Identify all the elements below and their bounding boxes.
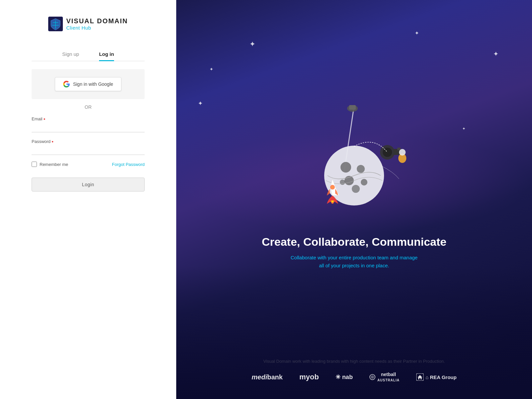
google-signin-button[interactable]: Sign in with Google (55, 77, 122, 91)
logo-area: VISUAL DOMAIN Client Hub (48, 17, 128, 31)
rea-group-text: ⌂ REA Group (426, 374, 457, 380)
right-panel: ✦ ✦ ✦ ✦ ✦ ✦ (176, 0, 532, 399)
tabs: Sign up Log in (32, 51, 145, 61)
remember-me-label[interactable]: Remember me (32, 162, 68, 167)
email-label: Email ● (32, 116, 145, 121)
left-panel: VISUAL DOMAIN Client Hub Sign up Log in … (0, 0, 176, 399)
partner-logos: medibank myob ✳ nab netballAUSTRALIA (196, 372, 512, 382)
remember-me-text: Remember me (40, 162, 68, 167)
email-input[interactable] (32, 123, 145, 132)
partner-section: Visual Domain work with leading brands w… (176, 359, 532, 382)
subheadline-line1: Collaborate with your entire production … (291, 255, 418, 260)
star-6: ✦ (462, 126, 466, 131)
star-4: ✦ (198, 100, 203, 107)
remember-me-checkbox[interactable] (32, 162, 37, 167)
logo-client-hub-text: Client Hub (66, 25, 128, 31)
svg-point-13 (340, 180, 345, 185)
remember-forgot-row: Remember me Forgot Password (32, 162, 145, 167)
subheadline-line2: all of your projects in one place. (319, 263, 389, 268)
logo-text-block: VISUAL DOMAIN Client Hub (66, 17, 128, 31)
myob-logo: myob (299, 373, 319, 381)
password-field-group: Password ● (32, 139, 145, 155)
google-signin-label: Sign in with Google (73, 81, 113, 87)
netball-logo: netballAUSTRALIA (369, 372, 400, 382)
forgot-password-link[interactable]: Forgot Password (112, 162, 145, 167)
star-5: ✦ (493, 50, 499, 58)
google-section: Sign in with Google (32, 69, 145, 99)
email-field-group: Email ● (32, 116, 145, 132)
medibank-logo: medibank (252, 373, 283, 381)
svg-point-21 (331, 186, 334, 189)
logo-visual-domain-text: VISUAL DOMAIN (66, 17, 128, 25)
svg-rect-6 (349, 105, 356, 110)
rea-house-icon (416, 373, 424, 381)
right-content: Create, Collaborate, Communicate Collabo… (255, 13, 453, 359)
rea-group-logo: ⌂ REA Group (416, 373, 457, 381)
logo-icon (48, 17, 63, 31)
svg-point-19 (399, 149, 406, 156)
tab-login[interactable]: Log in (99, 51, 114, 61)
login-button[interactable]: Login (32, 178, 145, 192)
svg-point-24 (372, 377, 373, 378)
password-required-indicator: ● (52, 140, 54, 143)
star-2: ✦ (415, 30, 419, 36)
tab-signup[interactable]: Sign up (62, 51, 79, 61)
space-illustration (284, 102, 424, 222)
right-headline: Create, Collaborate, Communicate (262, 235, 446, 248)
svg-point-9 (357, 165, 365, 173)
nab-logo: ✳ nab (335, 373, 353, 381)
password-label: Password ● (32, 139, 145, 144)
google-logo-icon (63, 81, 70, 87)
form-area: Sign up Log in Sign in with Google OR Em… (32, 51, 145, 192)
star-1: ✦ (249, 40, 255, 49)
password-input[interactable] (32, 145, 145, 155)
right-subheadline: Collaborate with your entire production … (291, 254, 418, 270)
star-3: ✦ (209, 66, 213, 72)
or-divider: OR (32, 104, 145, 110)
netball-icon (369, 374, 375, 380)
svg-point-8 (340, 162, 351, 173)
svg-point-12 (352, 185, 360, 193)
email-required-indicator: ● (44, 117, 46, 121)
partner-text: Visual Domain work with leading brands w… (196, 359, 512, 364)
svg-point-11 (361, 179, 367, 186)
